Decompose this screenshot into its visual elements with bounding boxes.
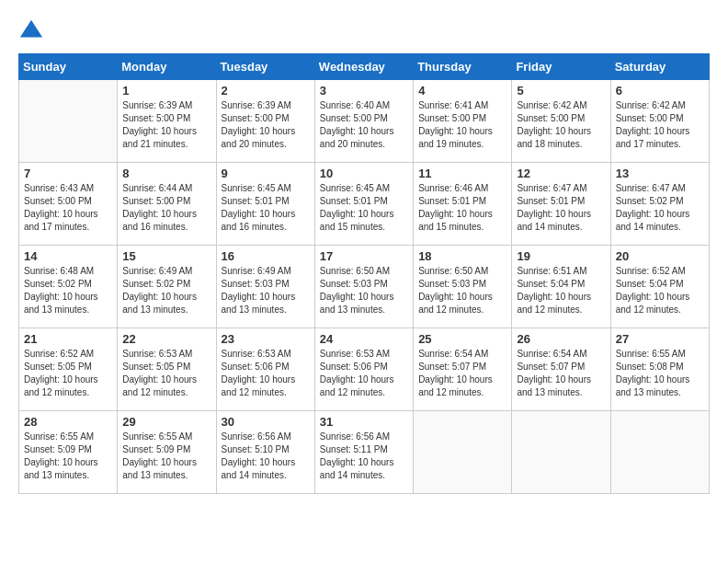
day-info: Sunrise: 6:45 AM Sunset: 5:01 PM Dayligh… [222, 182, 310, 234]
logo [18, 18, 48, 44]
day-number: 25 [418, 332, 506, 346]
day-info: Sunrise: 6:46 AM Sunset: 5:01 PM Dayligh… [418, 182, 506, 234]
calendar-week-row: 21Sunrise: 6:52 AM Sunset: 5:05 PM Dayli… [19, 328, 710, 411]
day-info: Sunrise: 6:45 AM Sunset: 5:01 PM Dayligh… [320, 182, 408, 234]
calendar-day-cell: 17Sunrise: 6:50 AM Sunset: 5:03 PM Dayli… [314, 246, 413, 328]
weekday-header-cell: Monday [118, 54, 216, 80]
calendar-body: 1Sunrise: 6:39 AM Sunset: 5:00 PM Daylig… [19, 80, 710, 494]
weekday-header-cell: Tuesday [216, 54, 314, 80]
day-info: Sunrise: 6:55 AM Sunset: 5:09 PM Dayligh… [24, 431, 112, 482]
calendar-table: SundayMondayTuesdayWednesdayThursdayFrid… [18, 53, 710, 494]
weekday-header-cell: Friday [512, 54, 610, 80]
day-number: 26 [517, 332, 605, 346]
day-number: 30 [222, 415, 310, 429]
day-number: 11 [418, 167, 506, 180]
day-number: 27 [616, 332, 704, 346]
day-number: 20 [616, 249, 704, 263]
calendar-day-cell: 1Sunrise: 6:39 AM Sunset: 5:00 PM Daylig… [118, 80, 216, 163]
calendar-day-cell: 7Sunrise: 6:43 AM Sunset: 5:00 PM Daylig… [19, 163, 118, 246]
calendar-day-cell: 25Sunrise: 6:54 AM Sunset: 5:07 PM Dayli… [414, 328, 512, 411]
day-info: Sunrise: 6:54 AM Sunset: 5:07 PM Dayligh… [418, 348, 506, 399]
day-number: 4 [418, 84, 506, 98]
day-number: 24 [320, 332, 408, 346]
calendar-day-cell: 22Sunrise: 6:53 AM Sunset: 5:05 PM Dayli… [118, 328, 216, 411]
day-number: 5 [517, 84, 605, 98]
day-info: Sunrise: 6:56 AM Sunset: 5:10 PM Dayligh… [222, 431, 310, 482]
day-info: Sunrise: 6:55 AM Sunset: 5:09 PM Dayligh… [122, 431, 210, 482]
day-info: Sunrise: 6:42 AM Sunset: 5:00 PM Dayligh… [616, 99, 704, 151]
day-number: 22 [122, 332, 210, 346]
day-info: Sunrise: 6:50 AM Sunset: 5:03 PM Dayligh… [320, 265, 408, 316]
day-number: 29 [122, 415, 210, 429]
day-number: 12 [517, 167, 605, 180]
calendar-day-cell: 15Sunrise: 6:49 AM Sunset: 5:02 PM Dayli… [118, 246, 216, 328]
day-info: Sunrise: 6:50 AM Sunset: 5:03 PM Dayligh… [418, 265, 506, 316]
weekday-header-cell: Sunday [19, 54, 118, 80]
weekday-header-cell: Saturday [610, 54, 709, 80]
day-info: Sunrise: 6:43 AM Sunset: 5:00 PM Dayligh… [24, 182, 112, 234]
calendar-week-row: 7Sunrise: 6:43 AM Sunset: 5:00 PM Daylig… [19, 163, 710, 246]
calendar-day-cell: 3Sunrise: 6:40 AM Sunset: 5:00 PM Daylig… [314, 80, 413, 163]
day-number: 13 [616, 167, 704, 180]
day-number: 31 [320, 415, 408, 429]
calendar-day-cell: 23Sunrise: 6:53 AM Sunset: 5:06 PM Dayli… [216, 328, 314, 411]
day-info: Sunrise: 6:55 AM Sunset: 5:08 PM Dayligh… [616, 348, 704, 399]
day-number: 18 [418, 249, 506, 263]
day-info: Sunrise: 6:53 AM Sunset: 5:06 PM Dayligh… [320, 348, 408, 399]
day-info: Sunrise: 6:39 AM Sunset: 5:00 PM Dayligh… [222, 99, 310, 151]
calendar-day-cell: 9Sunrise: 6:45 AM Sunset: 5:01 PM Daylig… [216, 163, 314, 246]
calendar-day-cell: 19Sunrise: 6:51 AM Sunset: 5:04 PM Dayli… [512, 246, 610, 328]
weekday-header-row: SundayMondayTuesdayWednesdayThursdayFrid… [19, 54, 710, 80]
day-info: Sunrise: 6:47 AM Sunset: 5:02 PM Dayligh… [616, 182, 704, 234]
calendar-day-cell: 11Sunrise: 6:46 AM Sunset: 5:01 PM Dayli… [414, 163, 512, 246]
day-info: Sunrise: 6:47 AM Sunset: 5:01 PM Dayligh… [517, 182, 605, 234]
calendar-day-cell [512, 411, 610, 494]
weekday-header-cell: Thursday [414, 54, 512, 80]
calendar-day-cell: 5Sunrise: 6:42 AM Sunset: 5:00 PM Daylig… [512, 80, 610, 163]
day-number: 2 [222, 84, 310, 98]
day-info: Sunrise: 6:49 AM Sunset: 5:02 PM Dayligh… [122, 265, 210, 316]
calendar-week-row: 14Sunrise: 6:48 AM Sunset: 5:02 PM Dayli… [19, 246, 710, 328]
calendar-week-row: 28Sunrise: 6:55 AM Sunset: 5:09 PM Dayli… [19, 411, 710, 494]
day-number: 10 [320, 167, 408, 180]
day-info: Sunrise: 6:39 AM Sunset: 5:00 PM Dayligh… [122, 99, 210, 151]
day-number: 28 [24, 415, 112, 429]
day-info: Sunrise: 6:53 AM Sunset: 5:06 PM Dayligh… [222, 348, 310, 399]
day-number: 3 [320, 84, 408, 98]
day-number: 15 [122, 249, 210, 263]
day-info: Sunrise: 6:53 AM Sunset: 5:05 PM Dayligh… [122, 348, 210, 399]
day-number: 17 [320, 249, 408, 263]
calendar-week-row: 1Sunrise: 6:39 AM Sunset: 5:00 PM Daylig… [19, 80, 710, 163]
day-info: Sunrise: 6:54 AM Sunset: 5:07 PM Dayligh… [517, 348, 605, 399]
calendar-day-cell: 26Sunrise: 6:54 AM Sunset: 5:07 PM Dayli… [512, 328, 610, 411]
calendar-day-cell: 20Sunrise: 6:52 AM Sunset: 5:04 PM Dayli… [610, 246, 709, 328]
day-number: 6 [616, 84, 704, 98]
calendar-day-cell: 28Sunrise: 6:55 AM Sunset: 5:09 PM Dayli… [19, 411, 118, 494]
day-number: 16 [222, 249, 310, 263]
day-info: Sunrise: 6:40 AM Sunset: 5:00 PM Dayligh… [320, 99, 408, 151]
calendar-day-cell [19, 80, 118, 163]
calendar-day-cell: 6Sunrise: 6:42 AM Sunset: 5:00 PM Daylig… [610, 80, 709, 163]
day-number: 1 [122, 84, 210, 98]
calendar-day-cell: 4Sunrise: 6:41 AM Sunset: 5:00 PM Daylig… [414, 80, 512, 163]
day-number: 23 [222, 332, 310, 346]
calendar-day-cell: 16Sunrise: 6:49 AM Sunset: 5:03 PM Dayli… [216, 246, 314, 328]
day-info: Sunrise: 6:42 AM Sunset: 5:00 PM Dayligh… [517, 99, 605, 151]
day-info: Sunrise: 6:52 AM Sunset: 5:04 PM Dayligh… [616, 265, 704, 316]
calendar-day-cell [610, 411, 709, 494]
day-number: 8 [122, 167, 210, 180]
day-number: 19 [517, 249, 605, 263]
calendar-day-cell: 24Sunrise: 6:53 AM Sunset: 5:06 PM Dayli… [314, 328, 413, 411]
day-info: Sunrise: 6:41 AM Sunset: 5:00 PM Dayligh… [418, 99, 506, 151]
calendar-day-cell: 21Sunrise: 6:52 AM Sunset: 5:05 PM Dayli… [19, 328, 118, 411]
calendar-day-cell: 12Sunrise: 6:47 AM Sunset: 5:01 PM Dayli… [512, 163, 610, 246]
calendar-day-cell: 14Sunrise: 6:48 AM Sunset: 5:02 PM Dayli… [19, 246, 118, 328]
logo-icon [18, 18, 44, 44]
svg-marker-0 [20, 20, 42, 38]
calendar-day-cell [414, 411, 512, 494]
calendar-day-cell: 13Sunrise: 6:47 AM Sunset: 5:02 PM Dayli… [610, 163, 709, 246]
calendar-day-cell: 2Sunrise: 6:39 AM Sunset: 5:00 PM Daylig… [216, 80, 314, 163]
day-info: Sunrise: 6:51 AM Sunset: 5:04 PM Dayligh… [517, 265, 605, 316]
calendar-day-cell: 30Sunrise: 6:56 AM Sunset: 5:10 PM Dayli… [216, 411, 314, 494]
calendar-day-cell: 27Sunrise: 6:55 AM Sunset: 5:08 PM Dayli… [610, 328, 709, 411]
